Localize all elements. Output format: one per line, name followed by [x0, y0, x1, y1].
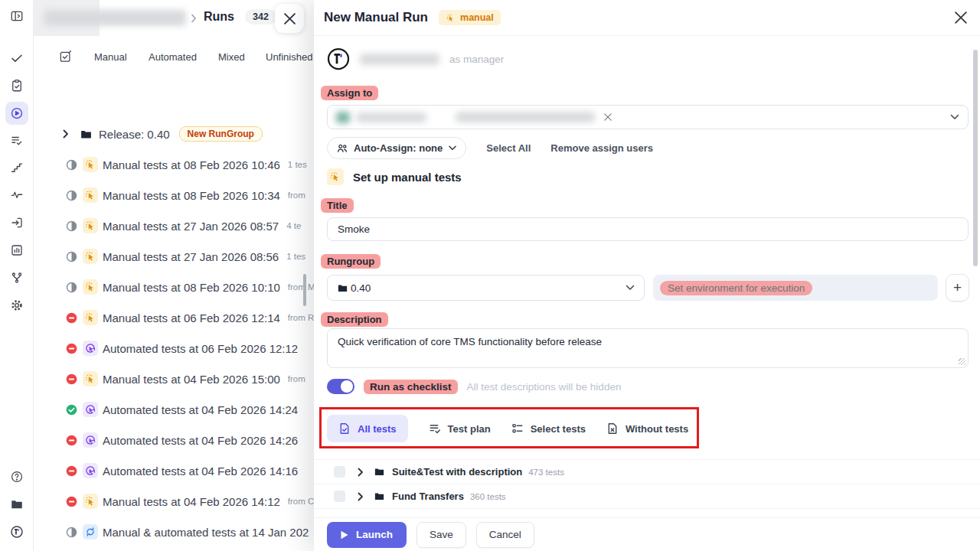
- close-icon[interactable]: [952, 8, 970, 27]
- suite-tree-row[interactable]: Suite&Test with description473 tests: [314, 460, 980, 484]
- rungroup-select[interactable]: 0.40: [327, 275, 645, 301]
- tab-select-tests[interactable]: Select tests: [511, 422, 586, 435]
- assign-users-select[interactable]: [327, 105, 969, 129]
- run-list-item[interactable]: Manual tests at 27 Jan 2026 08:574 te: [34, 210, 314, 241]
- panel-toggle-icon[interactable]: [5, 5, 28, 28]
- runs-filter-manual[interactable]: Manual: [94, 51, 127, 63]
- suite-tree: Suite&Test with description473 testsFund…: [314, 459, 980, 509]
- description-textarea[interactable]: Quick verification of core TMS functiona…: [327, 328, 969, 368]
- suite-test-count: 473 tests: [528, 468, 564, 477]
- rungroup-title: Release: 0.40: [99, 128, 170, 141]
- run-list-item[interactable]: Automated tests at 04 Feb 2026 14:26: [34, 425, 314, 455]
- rungroup-row[interactable]: Release: 0.40New RunGroup: [34, 119, 314, 149]
- clipboard-check-icon[interactable]: [5, 74, 28, 97]
- run-list-item[interactable]: Manual tests at 04 Feb 2026 15:00from: [34, 364, 314, 394]
- runs-play-icon[interactable]: [5, 102, 28, 125]
- runs-list-scrollbar[interactable]: [303, 274, 306, 306]
- analytics-icon[interactable]: [5, 239, 28, 262]
- select-tests-icon: [511, 422, 524, 435]
- chevron-right-icon[interactable]: [357, 468, 364, 477]
- remove-assignee-icon[interactable]: [604, 113, 612, 121]
- run-list-item[interactable]: Automated tests at 06 Feb 2026 12:12: [34, 333, 314, 364]
- check-icon[interactable]: [5, 47, 28, 70]
- status-failed-icon: [66, 373, 77, 385]
- pulse-icon[interactable]: [5, 184, 28, 207]
- file-x-icon: [606, 422, 619, 435]
- tab-test-plan[interactable]: Test plan: [429, 422, 491, 435]
- resize-grip-icon[interactable]: [959, 358, 965, 365]
- runs-panel-close-button[interactable]: [275, 4, 304, 33]
- run-list-item[interactable]: Automated tests at 04 Feb 2026 14:16: [34, 455, 314, 486]
- run-list-item[interactable]: Manual tests at 08 Feb 2026 10:34from: [34, 180, 314, 210]
- remove-assign-users-button[interactable]: Remove assign users: [550, 142, 653, 154]
- add-environment-button[interactable]: +: [946, 274, 969, 302]
- tab-without-tests[interactable]: Without tests: [606, 422, 688, 435]
- chevron-right-icon[interactable]: [62, 129, 70, 139]
- run-meta: from: [288, 191, 305, 200]
- run-list-item[interactable]: Manual tests at 08 Feb 2026 10:461 tes: [34, 149, 314, 180]
- manual-cursor-icon: [327, 168, 344, 185]
- suite-checkbox[interactable]: [334, 466, 345, 478]
- steps-icon[interactable]: [5, 156, 28, 179]
- run-meta: 1 tes: [288, 160, 307, 169]
- new-rungroup-badge: New RunGroup: [179, 126, 263, 142]
- run-type-manual-icon: [83, 249, 98, 264]
- branch-icon[interactable]: [5, 266, 28, 289]
- runs-filter-automated[interactable]: Automated: [149, 51, 197, 63]
- new-manual-run-panel: New Manual Run manual as manager Assign …: [314, 0, 980, 551]
- run-type-manual-icon: [83, 494, 98, 509]
- run-meta: from M: [288, 282, 314, 292]
- chevron-down-icon: [449, 145, 456, 151]
- cancel-button[interactable]: Cancel: [476, 522, 534, 548]
- launch-button[interactable]: Launch: [327, 522, 407, 548]
- runs-filter-unfinished[interactable]: Unfinished: [266, 51, 312, 63]
- suite-checkbox[interactable]: [334, 491, 345, 502]
- help-icon[interactable]: [5, 465, 28, 488]
- projects-folder-icon[interactable]: [5, 493, 28, 516]
- run-list-item[interactable]: Manual tests at 06 Feb 2026 12:14from R: [34, 302, 314, 333]
- runs-filter-bar: ManualAutomatedMixedUnfinished: [34, 47, 314, 68]
- run-title: Automated tests at 04 Feb 2026 14:16: [103, 465, 298, 478]
- run-as-checklist-label: Run as checklist: [364, 380, 458, 394]
- breadcrumb-runs: Runs: [204, 10, 234, 24]
- panel-scrollbar[interactable]: [973, 50, 978, 266]
- title-input[interactable]: Smoke: [327, 217, 969, 241]
- save-button[interactable]: Save: [416, 522, 466, 548]
- select-all-button[interactable]: Select All: [486, 142, 531, 154]
- status-progress-icon: [66, 527, 77, 538]
- run-type-automated-icon: [83, 463, 98, 478]
- breadcrumb-chevron-icon: [191, 12, 197, 26]
- owner-avatar: [327, 47, 350, 70]
- run-title: Manual tests at 04 Feb 2026 15:00: [103, 373, 280, 386]
- run-meta: from: [288, 374, 305, 383]
- breadcrumb-project-redacted[interactable]: [44, 10, 186, 26]
- bulk-select-icon[interactable]: [59, 50, 72, 66]
- import-icon[interactable]: [5, 211, 28, 234]
- suite-tree-row[interactable]: Fund Transfers360 tests: [314, 484, 980, 509]
- run-title: Manual & automated tests at 14 Jan 202: [103, 526, 309, 539]
- chevron-down-icon: [950, 114, 959, 120]
- run-list-item[interactable]: Manual tests at 08 Feb 2026 10:10from M: [34, 272, 314, 302]
- tab-all-tests[interactable]: All tests: [327, 415, 408, 442]
- app-logo[interactable]: [5, 520, 28, 543]
- status-failed-icon: [66, 435, 77, 446]
- run-list-item[interactable]: Manual tests at 04 Feb 2026 14:12from C: [34, 486, 314, 517]
- run-type-manual-icon: [83, 279, 98, 295]
- environment-input[interactable]: Set environment for execution: [653, 275, 938, 301]
- run-title: Automated tests at 06 Feb 2026 12:12: [103, 342, 298, 355]
- auto-assign-dropdown[interactable]: Auto-Assign: none: [327, 137, 466, 159]
- runs-list-panel: Runs 342 ManualAutomatedMixedUnfinished …: [34, 0, 314, 551]
- run-title: Automated tests at 04 Feb 2026 14:26: [103, 434, 298, 447]
- run-list-item[interactable]: Manual & automated tests at 14 Jan 202: [34, 517, 314, 547]
- settings-gear-icon[interactable]: [5, 294, 28, 317]
- run-title: Manual tests at 08 Feb 2026 10:34: [103, 189, 280, 202]
- runs-filter-mixed[interactable]: Mixed: [218, 51, 245, 63]
- list-check-icon[interactable]: [5, 129, 28, 152]
- run-list-item[interactable]: Automated tests at 04 Feb 2026 14:24: [34, 394, 314, 425]
- assign-to-label: Assign to: [321, 86, 378, 100]
- folder-icon: [374, 491, 385, 502]
- run-list-item[interactable]: Manual tests at 27 Jan 2026 08:561 tes: [34, 241, 314, 272]
- run-as-checklist-toggle[interactable]: [327, 379, 354, 394]
- status-failed-icon: [66, 312, 77, 324]
- chevron-right-icon[interactable]: [357, 492, 364, 501]
